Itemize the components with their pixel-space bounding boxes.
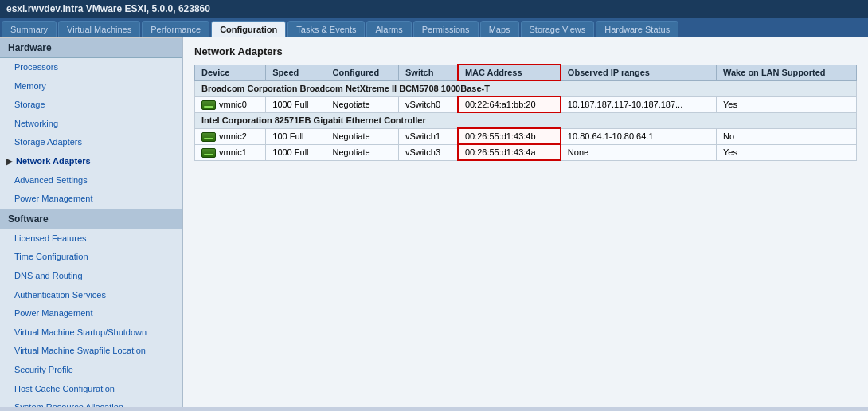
sidebar-item-dns-routing[interactable]: DNS and Routing (0, 267, 182, 286)
sidebar-item-storage[interactable]: Storage (0, 96, 182, 115)
cell-device: vmnic1 (195, 144, 266, 160)
device-name: vmnic0 (219, 100, 247, 109)
tab-summary[interactable]: Summary (2, 21, 57, 37)
sidebar-item-label: Time Configuration (14, 252, 88, 261)
sidebar-item-networking[interactable]: Networking (0, 115, 182, 134)
sidebar-hardware-header: Hardware (0, 37, 182, 58)
content-title: Network Adapters (194, 45, 857, 57)
sidebar-item-label: Host Cache Configuration (14, 384, 115, 393)
cell-mac: 00:26:55:d1:43:4a (458, 144, 561, 160)
cell-speed: 1000 Full (266, 144, 326, 160)
title-bar-text: esxi.rwvdev.intra VMware ESXi, 5.0.0, 62… (6, 3, 210, 14)
sidebar-item-power-management-sw[interactable]: Power Management (0, 304, 182, 323)
col-device: Device (195, 65, 266, 80)
cell-ip-ranges: 10.187.187.117-10.187.187... (561, 96, 717, 112)
tab-bar: SummaryVirtual MachinesPerformanceConfig… (0, 18, 868, 37)
tab-alarms[interactable]: Alarms (366, 21, 411, 37)
main-layout: Hardware ProcessorsMemoryStorageNetworki… (0, 37, 868, 407)
cell-configured: Negotiate (326, 144, 398, 160)
col-switch: Switch (399, 65, 458, 80)
cell-wake: Yes (717, 144, 857, 160)
col-speed: Speed (266, 65, 326, 80)
cell-wake: Yes (717, 96, 857, 112)
cell-mac: 00:22:64:a1:bb:20 (458, 96, 561, 112)
nic-icon (201, 132, 216, 142)
table-row[interactable]: vmnic2100 FullNegotiatevSwitch100:26:55:… (195, 128, 857, 144)
sidebar-item-label: Processors (14, 62, 58, 72)
software-nav: Licensed FeaturesTime ConfigurationDNS a… (0, 229, 182, 407)
sidebar-item-vm-swapfile[interactable]: Virtual Machine Swapfile Location (0, 342, 182, 361)
cell-speed: 1000 Full (266, 96, 326, 112)
tab-storage-views[interactable]: Storage Views (521, 21, 595, 37)
sidebar-item-processors[interactable]: Processors (0, 58, 182, 77)
sidebar: Hardware ProcessorsMemoryStorageNetworki… (0, 37, 183, 407)
nic-icon (201, 148, 216, 158)
sidebar-item-vm-startup-shutdown[interactable]: Virtual Machine Startup/Shutdown (0, 323, 182, 342)
cell-configured: Negotiate (326, 128, 398, 144)
sidebar-item-label: Memory (14, 81, 46, 91)
sidebar-item-advanced-settings[interactable]: Advanced Settings (0, 171, 182, 190)
tab-permissions[interactable]: Permissions (413, 21, 479, 37)
sidebar-item-label: Power Management (14, 308, 92, 318)
col-mac: MAC Address (458, 65, 561, 80)
cell-switch: vSwitch1 (399, 128, 458, 144)
cell-configured: Negotiate (326, 96, 398, 112)
cell-switch: vSwitch0 (399, 96, 458, 112)
sidebar-item-label: Storage (14, 100, 45, 109)
table-group-header: Broadcom Corporation Broadcom NetXtreme … (195, 80, 857, 96)
cell-ip-ranges: None (561, 144, 717, 160)
tab-hardware-status[interactable]: Hardware Status (596, 21, 678, 37)
sidebar-item-licensed-features[interactable]: Licensed Features (0, 229, 182, 249)
cell-ip-ranges: 10.80.64.1-10.80.64.1 (561, 128, 717, 144)
title-bar: esxi.rwvdev.intra VMware ESXi, 5.0.0, 62… (0, 0, 868, 18)
sidebar-item-security-profile[interactable]: Security Profile (0, 361, 182, 380)
table-group-header: Intel Corporation 82571EB Gigabit Ethern… (195, 112, 857, 128)
tab-performance[interactable]: Performance (142, 21, 209, 37)
sidebar-item-label: Advanced Settings (14, 175, 88, 185)
sidebar-item-label: Authentication Services (14, 290, 106, 299)
sidebar-item-storage-adapters[interactable]: Storage Adapters (0, 133, 182, 152)
device-name: vmnic1 (219, 147, 247, 157)
cell-wake: No (717, 128, 857, 144)
sidebar-item-label: DNS and Routing (14, 271, 83, 280)
nic-icon (201, 100, 216, 110)
sidebar-item-label: System Resource Allocation (14, 402, 123, 407)
sidebar-item-host-cache[interactable]: Host Cache Configuration (0, 380, 182, 399)
sidebar-item-label: Storage Adapters (14, 137, 82, 147)
tab-maps[interactable]: Maps (480, 21, 519, 37)
hardware-nav: ProcessorsMemoryStorageNetworkingStorage… (0, 58, 182, 209)
tab-virtual-machines[interactable]: Virtual Machines (58, 21, 140, 37)
cell-speed: 100 Full (266, 128, 326, 144)
sidebar-item-label: Virtual Machine Swapfile Location (14, 346, 146, 355)
content-area: Network Adapters Device Speed Configured… (183, 37, 868, 407)
cell-device: vmnic0 (195, 96, 266, 112)
nav-arrow-icon: ▶ (6, 155, 13, 168)
device-name: vmnic2 (219, 131, 247, 141)
cell-switch: vSwitch3 (399, 144, 458, 160)
sidebar-item-label: Networking (14, 119, 58, 128)
cell-device: vmnic2 (195, 128, 266, 144)
sidebar-item-label: Power Management (14, 194, 92, 203)
table-row[interactable]: vmnic11000 FullNegotiatevSwitch300:26:55… (195, 144, 857, 160)
sidebar-item-label: Licensed Features (14, 233, 87, 243)
sidebar-item-power-management[interactable]: Power Management (0, 190, 182, 209)
network-adapters-table: Device Speed Configured Switch MAC Addre… (194, 64, 857, 161)
col-configured: Configured (326, 65, 398, 80)
sidebar-item-system-resource[interactable]: System Resource Allocation (0, 398, 182, 407)
sidebar-item-label: Network Adapters (16, 155, 91, 169)
group-header-cell: Broadcom Corporation Broadcom NetXtreme … (195, 80, 857, 96)
sidebar-item-time-configuration[interactable]: Time Configuration (0, 248, 182, 267)
sidebar-item-memory[interactable]: Memory (0, 77, 182, 96)
cell-mac: 00:26:55:d1:43:4b (458, 128, 561, 144)
col-ip: Observed IP ranges (561, 65, 717, 80)
tab-tasks-events[interactable]: Tasks & Events (287, 21, 365, 37)
sidebar-item-authentication-services[interactable]: Authentication Services (0, 286, 182, 305)
sidebar-item-label: Security Profile (14, 365, 73, 374)
sidebar-software-header: Software (0, 209, 182, 229)
col-wake: Wake on LAN Supported (717, 65, 857, 80)
tab-configuration[interactable]: Configuration (211, 21, 286, 37)
table-body: Broadcom Corporation Broadcom NetXtreme … (195, 80, 857, 160)
sidebar-item-label: Virtual Machine Startup/Shutdown (14, 327, 147, 337)
table-row[interactable]: vmnic01000 FullNegotiatevSwitch000:22:64… (195, 96, 857, 112)
sidebar-item-network-adapters[interactable]: ▶Network Adapters (0, 152, 182, 171)
